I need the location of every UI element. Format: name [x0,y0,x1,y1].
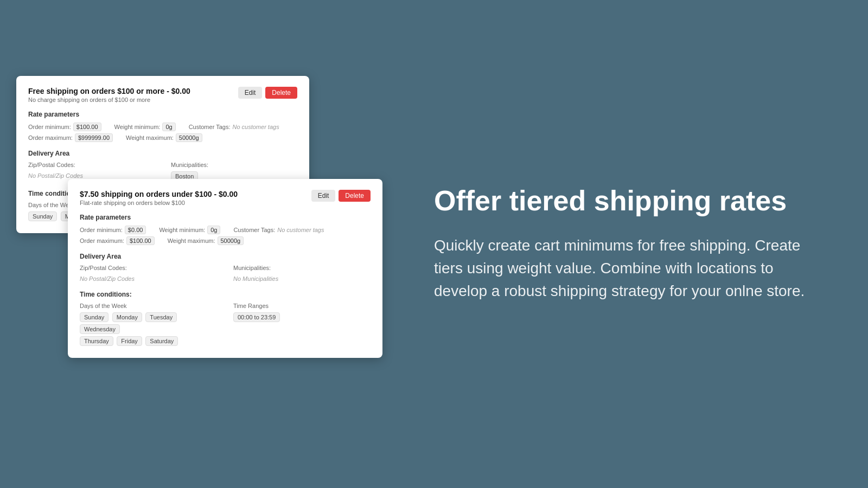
left-panel: Free shipping on orders $100 or more - $… [0,0,391,488]
card1-order-max: Order maximum: $999999.00 [28,133,113,142]
card2-day-thursday: Thursday [80,336,113,346]
card2-param-row-1: Order minimum: $0.00 Weight minimum: 0g … [80,226,371,234]
card2-header: $7.50 shipping on orders under $100 - $0… [80,190,371,206]
card2-time-range: 00:00 to 23:59 [233,312,280,322]
card1-order-min: Order minimum: $100.00 [28,123,101,131]
card2-day-tuesday: Tuesday [145,312,177,322]
main-heading: Offer tiered shipping rates [434,185,825,216]
card2-day-monday: Monday [112,312,142,322]
card1-title: Free shipping on orders $100 or more - $… [28,87,190,95]
card2-weight-max: Weight maximum: 50000g [168,236,244,245]
card1-btn-group: Edit Delete [238,87,297,99]
card2-order-min: Order minimum: $0.00 [80,226,146,234]
card2-delete-button[interactable]: Delete [339,190,371,202]
card2-rate-params-label: Rate parameters [80,214,371,221]
card2-time-row: Days of the Week Sunday Monday Tuesday W… [80,303,371,347]
card2-customer-tags: Customer Tags: No customer tags [233,226,324,234]
card1-day-sunday: Sunday [28,211,57,221]
card2-zip-col: Zip/Postal Codes: No Postal/Zip Codes [80,265,217,283]
right-panel: Offer tiered shipping rates Quickly crea… [391,153,868,335]
card1-header: Free shipping on orders $100 or more - $… [28,87,297,103]
card1-zip-col: Zip/Postal Codes: No Postal/Zip Codes [28,162,155,180]
card2-municipalities-col: Municipalities: No Municipalities [233,265,371,283]
card2-delivery-label: Delivery Area [80,253,371,260]
card2-days-col: Days of the Week Sunday Monday Tuesday W… [80,303,217,347]
card2-btn-group: Edit Delete [311,190,371,202]
card2-day-sunday: Sunday [80,312,108,322]
card1-customer-tags: Customer Tags: No customer tags [189,123,279,131]
card2-time-label: Time conditions: [80,291,371,298]
card2-weight-min: Weight minimum: 0g [159,226,220,234]
card2-timerange-col: Time Ranges 00:00 to 23:59 [233,303,371,323]
card2-days-tags: Sunday Monday Tuesday Wednesday Thursday… [80,311,217,347]
card2-subtitle: Flat-rate shipping on orders below $100 [80,200,238,206]
card2-title: $7.50 shipping on orders under $100 - $0… [80,190,238,198]
card1-rate-params-label: Rate parameters [28,111,297,118]
card2-day-friday: Friday [117,336,142,346]
card1-subtitle: No charge shipping on orders of $100 or … [28,97,190,103]
card2-day-wednesday: Wednesday [80,324,120,334]
card2-title-group: $7.50 shipping on orders under $100 - $0… [80,190,238,206]
card1-weight-max: Weight maximum: 50000g [126,133,202,142]
card2-area-row: Zip/Postal Codes: No Postal/Zip Codes Mu… [80,265,371,283]
card2-edit-button[interactable]: Edit [311,190,336,202]
card1-param-row-1: Order minimum: $100.00 Weight minimum: 0… [28,123,297,131]
card2-day-saturday: Saturday [145,336,178,346]
card-flat-rate-shipping: $7.50 shipping on orders under $100 - $0… [68,179,382,358]
card2-param-row-2: Order maximum: $100.00 Weight maximum: 5… [80,236,371,245]
card1-delete-button[interactable]: Delete [265,87,297,99]
card1-weight-min: Weight minimum: 0g [114,123,176,131]
card1-delivery-label: Delivery Area [28,150,297,157]
main-description: Quickly create cart minimums for free sh… [434,234,825,303]
card2-order-max: Order maximum: $100.00 [80,236,155,245]
card1-param-row-2: Order maximum: $999999.00 Weight maximum… [28,133,297,142]
card1-title-group: Free shipping on orders $100 or more - $… [28,87,190,103]
card1-edit-button[interactable]: Edit [238,87,263,99]
